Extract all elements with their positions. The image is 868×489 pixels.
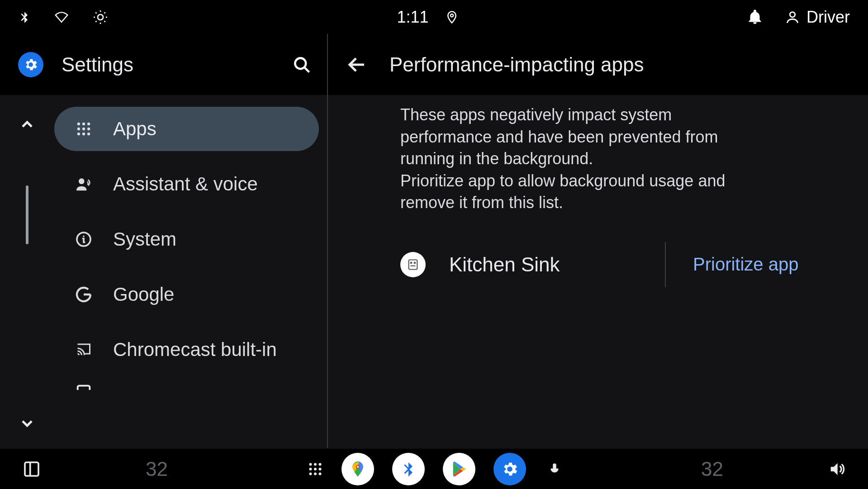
temperature-right[interactable]: 32 [701,458,723,480]
sidebar-item-assistant-voice[interactable]: Assistant & voice [54,162,319,206]
detail-description: These apps negatively impact system perf… [328,104,789,214]
back-button[interactable] [344,52,370,77]
maps-app-button[interactable] [342,453,374,485]
svg-point-2 [790,12,795,17]
sidebar-item-google[interactable]: Google [54,272,319,317]
content-area: Settings [0,34,868,448]
sidebar-item-label: Chromecast built-in [113,339,277,361]
app-launcher-button[interactable] [307,461,323,477]
svg-point-23 [309,468,312,470]
detail-body: These apps negatively impact system perf… [328,95,868,448]
bottom-center [307,453,561,485]
dashboard-button[interactable] [22,459,42,479]
svg-point-9 [87,128,90,130]
svg-point-28 [318,472,321,475]
scroll-down-button[interactable] [16,412,38,435]
svg-point-5 [82,123,85,125]
bluetooth-app-button[interactable] [392,453,425,485]
svg-rect-16 [409,260,417,269]
settings-app-icon [18,52,43,77]
svg-rect-19 [25,462,38,476]
sidebar-item-partial [54,383,319,396]
svg-point-12 [87,133,90,135]
sidebar-item-apps[interactable]: Apps [54,107,319,151]
svg-point-11 [82,133,85,135]
svg-point-20 [309,463,312,465]
bluetooth-icon [18,9,31,26]
wifi-icon [52,10,71,24]
location-icon [445,8,459,26]
prioritize-app-button[interactable]: Prioritize app [693,254,798,275]
google-g-icon [72,283,95,306]
app-icon [400,252,426,277]
svg-point-17 [411,262,412,264]
svg-point-18 [414,262,416,264]
vertical-divider [327,34,328,448]
svg-point-21 [314,463,317,465]
bottom-right: 32 [701,458,846,480]
status-left [18,9,109,26]
sidebar-scroll-controls [0,95,54,448]
cast-icon [72,338,95,361]
sidebar-item-system[interactable]: System [54,217,319,261]
svg-point-24 [314,468,317,470]
brightness-icon [92,9,109,25]
bottom-left: 32 [22,458,168,480]
svg-point-1 [450,14,453,17]
sidebar-item-label: Apps [113,118,157,140]
svg-point-27 [314,472,317,475]
sidebar-nav: Apps Assistant & voice System [0,95,327,448]
clock-text: 1:11 [397,8,428,27]
svg-point-7 [77,128,80,130]
svg-point-6 [87,123,90,125]
svg-point-10 [77,133,80,135]
svg-point-13 [79,178,85,184]
svg-point-0 [98,14,103,20]
partial-icon [72,383,95,390]
sidebar: Settings [0,34,327,448]
volume-button[interactable] [827,460,846,478]
scroll-up-button[interactable] [16,113,38,136]
status-right: Driver [747,8,850,27]
svg-rect-15 [78,386,90,390]
svg-point-30 [357,466,359,468]
detail-header: Performance-impacting apps [328,34,868,95]
detail-title: Performance-impacting apps [389,53,644,76]
temperature-left[interactable]: 32 [146,458,168,480]
svg-point-8 [82,128,85,130]
settings-app-button[interactable] [493,453,526,485]
svg-point-26 [309,472,312,475]
sidebar-item-label: System [113,228,176,250]
svg-point-25 [318,468,321,470]
notification-bell-icon[interactable] [747,8,763,26]
voice-assistant-button[interactable] [548,460,561,479]
scrollbar-thumb[interactable] [26,185,28,244]
assistant-voice-icon [72,173,95,195]
user-label: Driver [806,8,850,27]
sidebar-item-label: Assistant & voice [113,173,258,195]
detail-panel: Performance-impacting apps These apps ne… [328,34,868,448]
row-divider [665,242,666,287]
app-row: Kitchen Sink Prioritize app [328,242,868,287]
status-center: 1:11 [109,8,747,27]
info-icon [72,228,95,251]
status-bar: 1:11 Driver [0,0,868,34]
app-name: Kitchen Sink [449,253,560,276]
sidebar-list: Apps Assistant & voice System [54,95,319,448]
svg-point-22 [318,463,321,465]
app-info[interactable]: Kitchen Sink [400,252,665,277]
search-button[interactable] [289,52,314,77]
svg-point-3 [295,58,306,69]
sidebar-item-label: Google [113,284,174,305]
play-store-button[interactable] [443,453,475,485]
sidebar-item-chromecast[interactable]: Chromecast built-in [54,328,319,372]
bottom-bar: 32 32 [0,448,868,489]
user-profile-button[interactable]: Driver [785,8,850,27]
sidebar-header: Settings [0,34,327,95]
scrollbar-track[interactable] [26,185,28,265]
apps-grid-icon [72,118,95,140]
svg-point-4 [77,123,80,125]
sidebar-title: Settings [62,53,271,76]
